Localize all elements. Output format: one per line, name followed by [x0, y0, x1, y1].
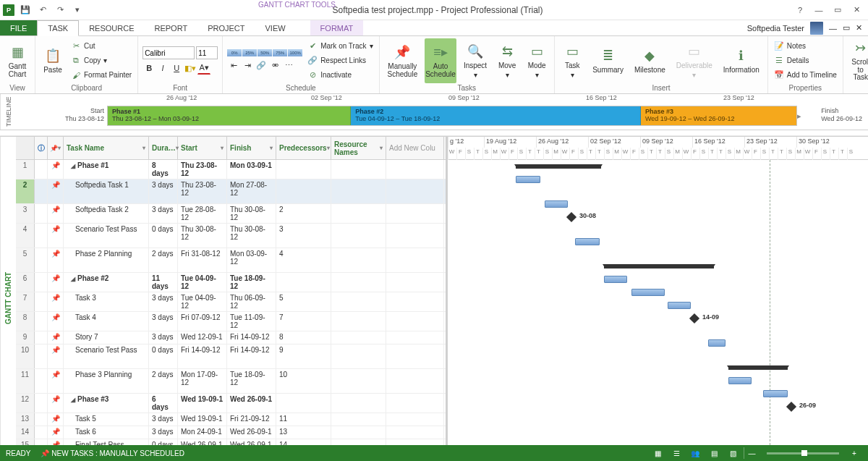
font-color-button[interactable]: A▾ [197, 62, 210, 75]
information-button[interactable]: ℹInformation [720, 38, 763, 83]
table-row[interactable]: 10Scenario Test Pass0 daysFri 14-09-12Fr… [16, 344, 446, 369]
col-indicators[interactable]: ⓘ [35, 137, 48, 159]
paste-button[interactable]: 📋 Paste [40, 38, 66, 83]
timeline-phase-2[interactable]: Phase #2Tue 04-09-12 – Tue 18-09-12 [351, 106, 641, 125]
gantt-task-bar[interactable] [545, 200, 568, 208]
gantt-milestone[interactable] [689, 313, 699, 323]
col-taskmode[interactable]: 📌▾ [48, 137, 64, 159]
bold-button[interactable]: B [142, 62, 156, 75]
font-name-input[interactable] [142, 46, 195, 59]
zoom-thumb[interactable] [801, 450, 807, 456]
grid-body[interactable]: 1Phase #18 daysThu 23-08-12Mon 03-09-12S… [16, 160, 446, 452]
table-row[interactable]: 6Phase #211 daysTue 04-09-12Tue 18-09-12 [16, 273, 446, 292]
col-resources[interactable]: Resource Names▾ [331, 137, 386, 159]
add-timeline-button[interactable]: 📅Add to Timeline [773, 68, 838, 83]
view-gantt-icon[interactable]: ▦ [650, 447, 665, 459]
respect-links-button[interactable]: 🔗Respect Links [306, 54, 374, 68]
scroll-to-task-button[interactable]: ↣Scroll to Task [848, 38, 868, 83]
table-row[interactable]: 9Story 73 daysWed 12-09-1Fri 14-09-128 [16, 331, 446, 344]
font-size-input[interactable] [196, 46, 218, 59]
close-icon[interactable]: ✕ [848, 3, 865, 17]
unlink-button[interactable]: ⚮ [268, 59, 281, 72]
milestone-button[interactable]: ◆Milestone [631, 38, 669, 83]
gantt-task-bar[interactable] [604, 276, 627, 283]
table-row[interactable]: 4Scenario Test Pass0 daysThu 30-08-12Thu… [16, 224, 446, 248]
format-painter-button[interactable]: 🖌Format Painter [69, 68, 133, 83]
table-row[interactable]: 3Softpedia Task 23 daysTue 28-08-12Thu 3… [16, 204, 446, 224]
table-row[interactable]: 12Phase #36 daysWed 19-09-1Wed 26-09-1 [16, 394, 446, 413]
gantt-chart-button[interactable]: ▦ Gantt Chart [4, 38, 30, 83]
zoom-in-icon[interactable]: + [846, 447, 862, 459]
col-duration[interactable]: Dura…▾ [149, 137, 178, 159]
summary-button[interactable]: ≣Summary [589, 38, 627, 83]
table-row[interactable]: 5Phase 2 Planning2 daysFri 31-08-12Mon 0… [16, 248, 446, 273]
timeline-phase-1[interactable]: Phase #1Thu 23-08-12 – Mon 03-09-12 [108, 106, 351, 125]
table-row[interactable]: 8Task 43 daysFri 07-09-12Tue 11-09-127 [16, 312, 446, 331]
auto-schedule-button[interactable]: ≡▸Auto Schedule [425, 38, 456, 83]
qat-customize-icon[interactable]: ▾ [71, 4, 84, 17]
link-button[interactable]: 🔗 [255, 59, 268, 72]
italic-button[interactable]: I [156, 62, 169, 75]
gantt-task-bar[interactable] [575, 238, 600, 245]
inactivate-button[interactable]: ⊘Inactivate [306, 68, 374, 83]
gantt-timescale[interactable]: g '1219 Aug '1226 Aug '1202 Sep '1209 Se… [448, 137, 868, 160]
fill-color-button[interactable]: ◧▾ [184, 62, 197, 75]
gantt-task-bar[interactable] [708, 339, 726, 347]
col-taskname[interactable]: Task Name▾ [64, 137, 149, 159]
table-row[interactable]: 11Phase 3 Planning2 daysMon 17-09-12Tue … [16, 369, 446, 394]
qat-redo-icon[interactable]: ↷ [54, 4, 67, 17]
table-row[interactable]: 7Task 33 daysTue 04-09-12Thu 06-09-125 [16, 292, 446, 312]
mode-button[interactable]: ▭Mode▾ [524, 38, 550, 83]
col-addnew[interactable]: Add New Colu [386, 137, 444, 159]
col-finish[interactable]: Finish▾ [227, 137, 276, 159]
inspect-button[interactable]: 🔍Inspect▾ [460, 38, 490, 83]
details-button[interactable]: ☰Details [773, 54, 838, 68]
manually-schedule-button[interactable]: 📌Manually Schedule [384, 38, 422, 83]
col-predecessors[interactable]: Predecessors▾ [276, 137, 331, 159]
tab-view[interactable]: VIEW [255, 20, 295, 35]
tab-task[interactable]: TASK [37, 20, 79, 36]
maximize-icon[interactable]: ▭ [829, 3, 846, 17]
tab-project[interactable]: PROJECT [197, 20, 255, 35]
split-button[interactable]: ⋯ [282, 59, 295, 72]
table-row[interactable]: 14Task 63 daysMon 24-09-1Wed 26-09-113 [16, 426, 446, 439]
tab-format[interactable]: FORMAT [310, 20, 364, 35]
col-rownum[interactable] [16, 137, 35, 159]
task-button[interactable]: ▭Task▾ [559, 38, 585, 83]
timeline-bars[interactable]: Phase #1Thu 23-08-12 – Mon 03-09-12 Phas… [107, 106, 797, 126]
gantt-summary-bar[interactable] [516, 164, 601, 169]
copy-button[interactable]: ⧉Copy ▾ [69, 54, 133, 68]
doc-minimize-icon[interactable]: — [829, 24, 837, 33]
view-report-icon[interactable]: ▧ [725, 447, 741, 459]
help-icon[interactable]: ? [791, 3, 809, 17]
minimize-icon[interactable]: — [810, 3, 827, 17]
user-name[interactable]: Softpedia Tester [747, 24, 804, 33]
avatar[interactable] [810, 22, 823, 35]
percent-complete-grid[interactable]: 0% 25% 50% 75% 100% [227, 49, 302, 56]
tab-report[interactable]: REPORT [145, 20, 198, 35]
gantt-summary-bar[interactable] [728, 365, 788, 370]
view-resource-icon[interactable]: ▤ [706, 447, 722, 459]
table-row[interactable]: 2Softpedia Task 13 daysThu 23-08-12Mon 2… [16, 179, 446, 204]
indent-button[interactable]: ⇥ [241, 59, 254, 72]
tab-resource[interactable]: RESOURCE [79, 20, 144, 35]
doc-close-icon[interactable]: ✕ [856, 23, 862, 33]
col-start[interactable]: Start▾ [178, 137, 227, 159]
zoom-slider[interactable] [767, 452, 839, 454]
move-button[interactable]: ⇆Move▾ [494, 38, 520, 83]
view-task-icon[interactable]: ☰ [668, 447, 684, 459]
tab-file[interactable]: FILE [0, 20, 37, 35]
gantt-task-bar[interactable] [631, 289, 665, 296]
cut-button[interactable]: ✂Cut [69, 39, 133, 54]
qat-undo-icon[interactable]: ↶ [36, 4, 49, 17]
outdent-button[interactable]: ⇤ [227, 59, 240, 72]
qat-save-icon[interactable]: 💾 [19, 4, 32, 17]
timeline-phase-3[interactable]: Phase #3Wed 19-09-12 – Wed 26-09-12 [641, 106, 796, 125]
gantt-task-bar[interactable] [763, 390, 788, 397]
gantt-milestone[interactable] [786, 402, 796, 412]
view-team-icon[interactable]: 👥 [687, 447, 703, 459]
gantt-milestone[interactable] [566, 212, 576, 222]
zoom-out-icon[interactable]: — [744, 447, 760, 459]
underline-button[interactable]: U [170, 62, 183, 75]
gantt-body[interactable]: 30-0814-0926-09 [448, 160, 868, 452]
